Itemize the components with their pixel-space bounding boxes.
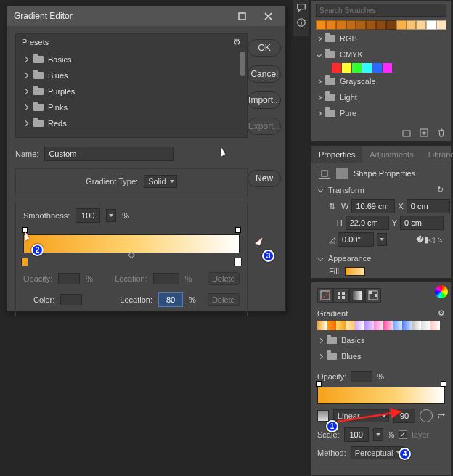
export-swatch-icon[interactable] <box>401 128 412 139</box>
transform-section-header[interactable]: Transform↻ <box>319 185 444 194</box>
swatch[interactable] <box>396 20 407 30</box>
swatch[interactable] <box>356 20 366 30</box>
swatch-folder-pure[interactable]: Pure <box>316 106 446 120</box>
angle-dial[interactable] <box>420 409 433 422</box>
smoothness-dropdown[interactable] <box>106 209 116 222</box>
info-icon[interactable] <box>296 17 306 28</box>
link-wh-icon[interactable]: ⇅ <box>329 202 335 211</box>
swatch[interactable] <box>352 63 362 73</box>
swatch[interactable] <box>407 20 417 30</box>
preset-folder[interactable]: Purples <box>19 83 247 99</box>
solid-fill-icon[interactable] <box>333 288 349 303</box>
angle-dropdown[interactable] <box>377 233 387 246</box>
gradient-preset[interactable] <box>402 321 412 330</box>
no-fill-icon[interactable] <box>317 288 333 303</box>
angle-input[interactable] <box>338 232 374 247</box>
cancel-button[interactable]: Cancel <box>248 65 282 83</box>
panel-opacity-stop-right[interactable] <box>441 381 446 387</box>
gradient-folder-blues[interactable]: Blues <box>317 349 445 364</box>
gradient-rail[interactable] <box>23 227 240 265</box>
new-button[interactable]: New <box>248 170 282 187</box>
gradient-preset[interactable] <box>346 321 355 330</box>
gradient-name-input[interactable] <box>44 147 174 161</box>
swatch-folder-light[interactable]: Light <box>316 90 446 104</box>
color-stop-right[interactable] <box>234 258 242 266</box>
gradient-folder-basics[interactable]: Basics <box>317 333 445 348</box>
comment-icon[interactable] <box>296 3 306 13</box>
gradient-bar[interactable] <box>23 234 240 253</box>
window-maximize-icon[interactable] <box>229 9 255 23</box>
gradient-type-swatch[interactable] <box>317 410 329 422</box>
x-input[interactable] <box>407 199 450 213</box>
swatch-folder-cmyk[interactable]: CMYK <box>316 47 446 62</box>
gradient-preset[interactable] <box>383 321 393 330</box>
pattern-fill-icon[interactable] <box>365 288 381 303</box>
gradient-preset[interactable] <box>374 321 383 330</box>
color-location-input[interactable] <box>158 292 183 307</box>
tab-properties[interactable]: Properties <box>311 146 362 163</box>
reverse-gradient-icon[interactable]: ⮂ <box>437 411 445 420</box>
swatch[interactable] <box>336 20 346 30</box>
swatch[interactable] <box>362 63 372 73</box>
smoothness-input[interactable] <box>76 208 100 223</box>
color-picker-icon[interactable] <box>435 285 448 298</box>
search-swatches-input[interactable] <box>316 4 446 17</box>
gradient-preset[interactable] <box>317 321 327 330</box>
dialog-titlebar[interactable]: Gradient Editor <box>7 6 285 26</box>
swatch[interactable] <box>383 63 392 73</box>
ok-button[interactable]: OK <box>248 39 282 57</box>
gradient-preset[interactable] <box>393 321 402 330</box>
swatch[interactable] <box>326 20 336 30</box>
gradient-preset[interactable] <box>355 321 364 330</box>
gradient-preset[interactable] <box>364 321 374 330</box>
gradient-type-dropdown[interactable]: Solid <box>144 175 176 188</box>
preset-folder-list[interactable]: Basics Blues Purples Pinks Reds <box>16 50 247 137</box>
tab-libraries[interactable]: Libraries <box>421 146 453 163</box>
flip-v-icon[interactable]: ⊿ <box>436 237 445 243</box>
swatch[interactable] <box>386 20 396 30</box>
panel-opacity-field[interactable] <box>351 371 372 382</box>
panel-opacity-stop-left[interactable] <box>316 381 322 387</box>
swatch-folder-grayscale[interactable]: Grayscale <box>316 74 446 89</box>
preset-folder[interactable]: Reds <box>19 115 247 131</box>
preset-folder[interactable]: Basics <box>19 52 247 67</box>
swatch[interactable] <box>372 63 382 73</box>
trash-icon[interactable] <box>436 128 446 139</box>
color-stop-left[interactable] <box>21 258 28 266</box>
flip-h-icon[interactable]: �▮◁ <box>416 235 434 245</box>
gradient-preset[interactable] <box>412 321 421 330</box>
swatch[interactable] <box>376 20 386 30</box>
width-input[interactable] <box>351 199 395 213</box>
swatch[interactable] <box>316 20 326 30</box>
window-close-icon[interactable] <box>255 9 281 23</box>
preset-folder[interactable]: Pinks <box>19 99 247 115</box>
gradient-preset[interactable] <box>336 321 346 330</box>
swatch[interactable] <box>426 20 436 30</box>
new-swatch-icon[interactable] <box>419 128 429 139</box>
scale-input[interactable] <box>344 427 369 442</box>
method-dropdown[interactable]: Perceptual <box>351 446 404 459</box>
gear-icon[interactable]: ⚙︎ <box>233 37 241 47</box>
opacity-stop-right[interactable] <box>235 227 241 233</box>
y-input[interactable] <box>400 216 444 230</box>
swatch[interactable] <box>342 63 351 73</box>
swatch[interactable] <box>436 20 446 30</box>
gradient-preset[interactable] <box>421 321 430 330</box>
swatch-folder-rgb[interactable]: RGB <box>316 31 446 46</box>
tab-adjustments[interactable]: Adjustments <box>362 146 421 163</box>
gear-icon[interactable]: ⚙︎ <box>438 308 445 318</box>
import-button[interactable]: Import... <box>248 91 282 109</box>
color-delete-button[interactable]: Delete <box>208 293 240 306</box>
gradient-preset[interactable] <box>327 321 336 330</box>
height-input[interactable] <box>346 216 389 230</box>
swatch[interactable] <box>366 20 376 30</box>
color-swatch[interactable] <box>60 294 82 305</box>
swatch[interactable] <box>332 63 341 73</box>
fill-swatch[interactable] <box>345 267 365 276</box>
panel-gradient-bar[interactable] <box>317 387 445 404</box>
gradient-preset[interactable] <box>430 321 440 330</box>
preset-scrollbar[interactable] <box>240 52 245 76</box>
preset-folder[interactable]: Blues <box>19 67 247 83</box>
gradient-fill-icon[interactable] <box>349 288 365 303</box>
align-with-layer-checkbox[interactable] <box>399 430 407 439</box>
